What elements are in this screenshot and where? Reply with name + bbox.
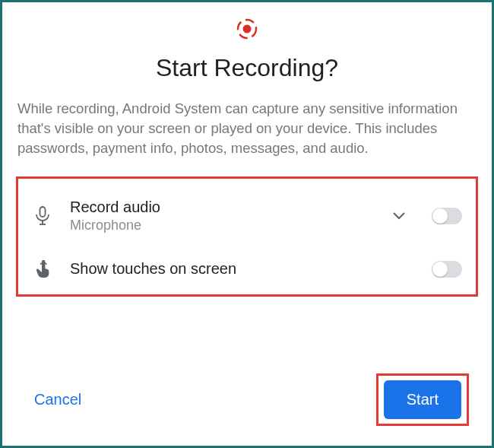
- svg-point-1: [243, 25, 252, 33]
- svg-rect-2: [40, 207, 46, 217]
- record-audio-toggle[interactable]: [432, 208, 462, 224]
- option-label: Show touches on screen: [70, 260, 415, 278]
- touch-icon: [32, 259, 53, 279]
- option-label: Record audio: [70, 199, 374, 216]
- option-record-audio-text: Record audio Microphone: [70, 199, 374, 234]
- start-button[interactable]: Start: [384, 380, 461, 419]
- option-show-touches[interactable]: Show touches on screen: [32, 255, 462, 284]
- dialog-body: While recording, Android System can capt…: [16, 99, 478, 158]
- dialog-buttons: Cancel Start: [16, 373, 478, 426]
- start-highlight-box: Start: [376, 373, 469, 426]
- show-touches-toggle[interactable]: [432, 261, 462, 278]
- dialog-frame: Start Recording? While recording, Androi…: [0, 0, 494, 448]
- record-icon: [16, 17, 478, 40]
- chevron-down-icon[interactable]: [391, 212, 407, 220]
- microphone-icon: [32, 206, 53, 226]
- option-sub: Microphone: [70, 218, 374, 234]
- option-show-touches-text: Show touches on screen: [70, 260, 415, 278]
- options-highlight-box: Record audio Microphone Show touches on …: [16, 176, 478, 297]
- option-record-audio[interactable]: Record audio Microphone: [32, 194, 462, 238]
- cancel-button[interactable]: Cancel: [31, 385, 84, 415]
- dialog-title: Start Recording?: [16, 54, 478, 82]
